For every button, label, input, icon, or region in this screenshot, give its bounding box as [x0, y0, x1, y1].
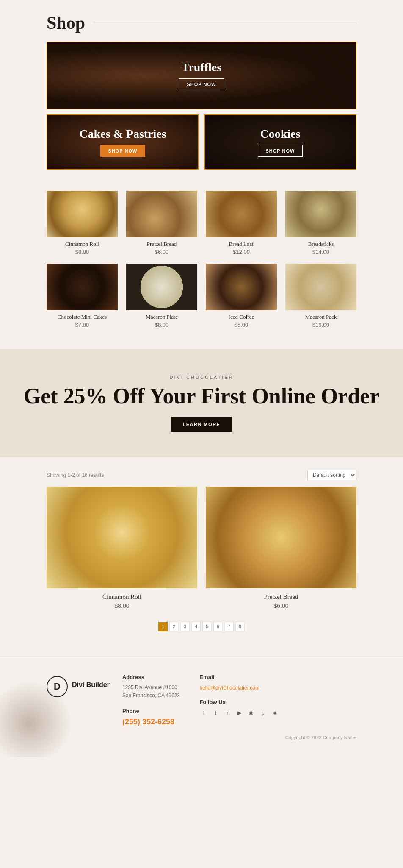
product-card[interactable]: Breadsticks $14.00 [285, 191, 356, 255]
listing-card[interactable]: Pretzel Bread $6.00 [206, 487, 356, 609]
banners-section: Truffles SHOP NOW Cakes & Pastries SHOP … [0, 42, 403, 182]
product-name: Breadsticks [308, 241, 334, 248]
product-image [206, 264, 277, 310]
product-card[interactable]: Pretzel Bread $6.00 [126, 191, 197, 255]
page-header: Shop [0, 0, 403, 42]
listing-card[interactable]: Cinnamon Roll $8.00 [47, 487, 197, 609]
shop-listing: Showing 1-2 of 16 results Default sortin… [0, 457, 403, 657]
page-number-8[interactable]: 8 [235, 622, 245, 631]
banner-truffles-title: Truffles [179, 61, 224, 74]
facebook-icon[interactable]: f [199, 709, 208, 717]
email-link[interactable]: hello@diviChocolatier.com [199, 685, 259, 691]
footer-copyright: Copyright © 2022 Company Name [47, 726, 356, 740]
product-price: $12.00 [233, 249, 250, 255]
page-number-6[interactable]: 6 [213, 622, 223, 631]
promo-title: Get 25% Off Your First Online Order [8, 384, 395, 408]
follow-title: Follow Us [199, 699, 279, 705]
product-image [47, 191, 118, 237]
listing-grid: Cinnamon Roll $8.00 Pretzel Bread $6.00 [47, 487, 356, 609]
address-text: 1235 Divi Avenue #1000, San Francisco, C… [122, 684, 187, 700]
twitter-icon[interactable]: t [211, 709, 220, 717]
listing-name: Cinnamon Roll [102, 593, 141, 601]
product-image [47, 264, 118, 310]
banner-cookies-button[interactable]: SHOP NOW [258, 145, 303, 157]
copyright-text: Copyright © 2022 Company Name [285, 735, 356, 740]
footer-email-section: Email hello@diviChocolatier.com Follow U… [199, 674, 279, 726]
product-name: Chocolate Mini Cakes [58, 314, 107, 320]
product-name: Iced Coffee [229, 314, 254, 320]
promo-content: DIVI CHOCOLATIER Get 25% Off Your First … [8, 375, 395, 432]
address-title: Address [122, 674, 187, 680]
page-number-1[interactable]: 1 [158, 622, 168, 631]
product-price: $8.00 [75, 249, 89, 255]
pagination: 12345678 [47, 618, 356, 644]
product-card[interactable]: Cinnamon Roll $8.00 [47, 191, 118, 255]
banner-cookies-title: Cookies [258, 127, 303, 141]
page-title: Shop [47, 13, 85, 33]
footer-address-section: Address 1235 Divi Avenue #1000, San Fran… [122, 674, 187, 726]
social-icons: ftin▶◉p◈ [199, 709, 279, 717]
products-section: Cinnamon Roll $8.00 Pretzel Bread $6.00 … [0, 182, 403, 349]
rss-icon[interactable]: ◈ [271, 709, 279, 717]
product-price: $19.00 [312, 322, 329, 328]
header-divider [94, 23, 356, 23]
product-price: $5.00 [235, 322, 248, 328]
product-price: $8.00 [155, 322, 169, 328]
logo-name: Divi Builder [72, 676, 110, 689]
banner-cookies-content: Cookies SHOP NOW [258, 127, 303, 157]
products-grid-row2: Chocolate Mini Cakes $7.00 Macaron Plate… [47, 264, 356, 328]
promo-section: DIVI CHOCOLATIER Get 25% Off Your First … [0, 349, 403, 457]
footer: D Divi Builder Address 1235 Divi Avenue … [0, 657, 403, 757]
banner-cakes-pastries[interactable]: Cakes & Pastries SHOP NOW [47, 114, 199, 170]
banner-cakes-title: Cakes & Pastries [79, 127, 166, 141]
phone-title: Phone [122, 708, 187, 714]
banner-truffles[interactable]: Truffles SHOP NOW [47, 42, 356, 109]
pinterest-icon[interactable]: p [259, 709, 267, 717]
product-image [285, 191, 356, 237]
product-card[interactable]: Iced Coffee $5.00 [206, 264, 277, 328]
product-card[interactable]: Chocolate Mini Cakes $7.00 [47, 264, 118, 328]
product-image [126, 191, 197, 237]
product-name: Pretzel Bread [147, 241, 177, 248]
instagram-icon[interactable]: ◉ [247, 709, 255, 717]
page-number-2[interactable]: 2 [169, 622, 179, 631]
product-price: $14.00 [312, 249, 329, 255]
email-title: Email [199, 674, 279, 680]
product-card[interactable]: Macaron Plate $8.00 [126, 264, 197, 328]
results-text: Showing 1-2 of 16 results [47, 472, 104, 478]
shop-listing-header: Showing 1-2 of 16 results Default sortin… [47, 470, 356, 480]
product-image [206, 191, 277, 237]
footer-logo: D Divi Builder [47, 674, 110, 726]
product-image [285, 264, 356, 310]
banners-row: Cakes & Pastries SHOP NOW Cookies SHOP N… [47, 114, 356, 170]
product-name: Bread Loaf [229, 241, 254, 248]
youtube-icon[interactable]: ▶ [235, 709, 243, 717]
listing-image [47, 487, 197, 588]
banner-truffles-button[interactable]: SHOP NOW [179, 78, 224, 90]
page-number-5[interactable]: 5 [202, 622, 212, 631]
linkedin-icon[interactable]: in [223, 709, 232, 717]
logo-letter: D [54, 681, 61, 692]
listing-price: $6.00 [273, 602, 288, 609]
promo-button[interactable]: LEARN MORE [171, 417, 232, 432]
product-card[interactable]: Bread Loaf $12.00 [206, 191, 277, 255]
page-number-3[interactable]: 3 [180, 622, 190, 631]
footer-content: D Divi Builder Address 1235 Divi Avenue … [47, 674, 356, 726]
footer-empty-col [292, 674, 356, 726]
listing-image [206, 487, 356, 588]
banner-cookies[interactable]: Cookies SHOP NOW [204, 114, 356, 170]
banner-cakes-content: Cakes & Pastries SHOP NOW [79, 127, 166, 157]
phone-number[interactable]: (255) 352-6258 [122, 718, 187, 726]
product-name: Macaron Plate [146, 314, 177, 320]
banner-main-content: Truffles SHOP NOW [179, 61, 224, 90]
product-name: Cinnamon Roll [65, 241, 99, 248]
listing-price: $8.00 [114, 602, 129, 609]
product-image [126, 264, 197, 310]
product-price: $7.00 [75, 322, 89, 328]
product-card[interactable]: Macaron Pack $19.00 [285, 264, 356, 328]
page-number-4[interactable]: 4 [191, 622, 201, 631]
logo-icon: D [47, 676, 68, 697]
banner-cakes-button[interactable]: SHOP NOW [100, 145, 146, 157]
page-number-7[interactable]: 7 [224, 622, 234, 631]
sort-select[interactable]: Default sorting [307, 470, 356, 480]
